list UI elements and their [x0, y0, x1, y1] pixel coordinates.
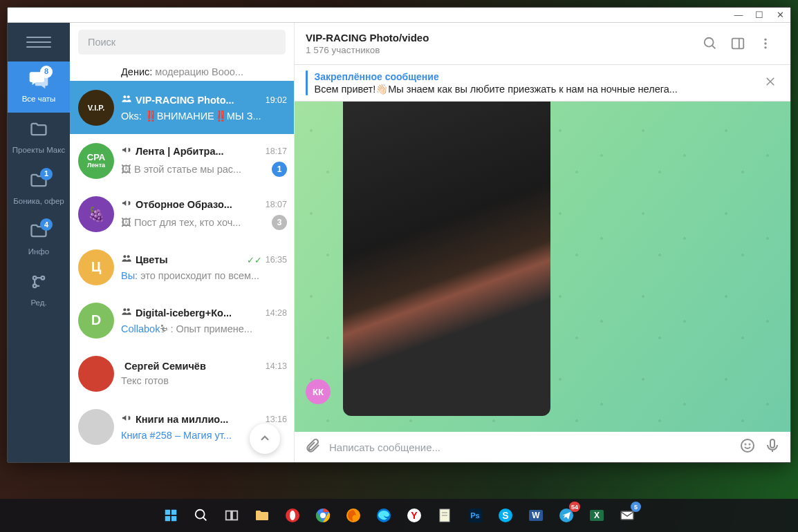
folder-icon — [28, 120, 50, 142]
maximize-button[interactable]: ☐ — [749, 8, 770, 23]
taskbar-word-icon[interactable]: W — [523, 503, 548, 528]
scroll-up-button[interactable] — [250, 424, 280, 454]
taskbar-excel-icon[interactable]: X — [584, 503, 609, 528]
folder-badge: 8 — [40, 66, 53, 78]
search-input[interactable] — [78, 30, 286, 55]
chat-avatar: CPAЛента — [78, 143, 114, 179]
more-icon[interactable] — [752, 30, 779, 57]
folder-tab-1[interactable]: Проекты Макс — [8, 113, 70, 164]
taskbar-start-icon[interactable] — [158, 503, 183, 528]
app-body: 8Все чатыПроекты Макс1Боника, офер4ИнфоР… — [8, 23, 790, 462]
svg-text:S: S — [502, 510, 508, 521]
svg-text:Y: Y — [411, 510, 418, 521]
chat-message-preview: Oks: ‼️ВНИМАНИЕ‼️МЫ З... — [121, 111, 287, 122]
unread-badge: 1 — [272, 162, 287, 177]
taskbar-opera-icon[interactable] — [280, 503, 305, 528]
chat-row[interactable]: CPAЛентаЛента | Арбитра...18:17🖼 В этой … — [70, 134, 294, 187]
chat-subtitle: 1 576 участников — [306, 45, 696, 55]
svg-rect-21 — [770, 439, 774, 448]
emoji-icon[interactable] — [739, 437, 756, 457]
pinned-message[interactable]: Закреплённое сообщение Всем привет!👋🏻Мы … — [295, 65, 790, 102]
svg-point-2 — [33, 285, 37, 288]
message-input[interactable] — [329, 441, 731, 453]
chat-row[interactable]: Денис: модерацию Booo...0 — [70, 61, 294, 81]
svg-text:W: W — [532, 511, 540, 520]
chat-title-wrap[interactable]: VIP-RACING Photo/video 1 576 участников — [306, 32, 696, 55]
svg-point-3 — [123, 95, 126, 98]
svg-point-26 — [196, 510, 205, 519]
svg-point-20 — [750, 444, 750, 445]
close-button[interactable]: ✕ — [770, 8, 790, 23]
unread-badge: 3 — [272, 215, 287, 230]
video-message[interactable] — [343, 102, 550, 416]
chat-avatar — [78, 356, 114, 392]
svg-point-7 — [123, 308, 126, 311]
svg-point-4 — [127, 95, 130, 98]
chat-pane: VIP-RACING Photo/video 1 576 участников … — [295, 23, 790, 462]
chat-row[interactable]: 🍇Отборное Образо...18:07🖼 Пост для тех, … — [70, 187, 294, 240]
chat-row[interactable]: Сергей Семичёв14:13Текс готов — [70, 347, 294, 400]
svg-text:X: X — [594, 511, 600, 520]
minimize-button[interactable]: — — [728, 8, 749, 23]
chat-list-column: Денис: модерацию Booo...0V.I.P.VIP-RACIN… — [70, 23, 295, 462]
svg-rect-28 — [226, 511, 231, 520]
folder-tab-4[interactable]: Ред. — [8, 265, 70, 316]
sidebar-toggle-icon[interactable] — [724, 30, 752, 57]
chat-message-preview: Collabok⛷: Опыт примене... — [121, 323, 287, 334]
messages-area[interactable]: КК — [295, 102, 790, 432]
svg-point-33 — [320, 513, 326, 518]
voice-icon[interactable] — [764, 437, 781, 457]
chat-header: VIP-RACING Photo/video 1 576 участников — [295, 23, 790, 65]
pinned-body: Закреплённое сообщение Всем привет!👋🏻Мы … — [315, 71, 762, 95]
taskbar[interactable]: YPsSW54X5 — [0, 499, 798, 532]
chat-message-preview: 🖼 В этой статье мы рас... — [121, 164, 268, 175]
folder-tab-2[interactable]: 1Боника, офер — [8, 164, 70, 215]
taskbar-chrome-icon[interactable] — [310, 503, 335, 528]
titlebar: — ☐ ✕ — [8, 8, 790, 23]
composer — [295, 432, 790, 462]
taskbar-search-icon[interactable] — [189, 503, 214, 528]
chat-name: Digital-iceberg+Ко... — [136, 307, 262, 319]
svg-point-5 — [123, 255, 126, 258]
folder-tab-3[interactable]: 4Инфо — [8, 214, 70, 265]
svg-point-1 — [41, 276, 45, 280]
telegram-window: — ☐ ✕ 8Все чатыПроекты Макс1Боника, офер… — [7, 7, 791, 463]
chat-message-preview: Вы: это происходит по всем... — [121, 270, 287, 281]
taskbar-yandex-icon[interactable]: Y — [402, 503, 427, 528]
menu-icon[interactable] — [26, 30, 51, 55]
folder-icon: 1 — [28, 171, 50, 193]
chat-row[interactable]: V.I.P.VIP-RACING Photo...19:02Oks: ‼️ВНИ… — [70, 81, 294, 134]
svg-text:Ps: Ps — [470, 511, 479, 520]
chat-time: 14:13 — [266, 361, 287, 371]
chat-name: Книги на миллио... — [136, 414, 262, 425]
close-pinned-icon[interactable] — [761, 73, 779, 93]
chat-type-icon — [121, 144, 132, 158]
svg-rect-11 — [732, 39, 744, 49]
chat-time: 18:07 — [266, 200, 287, 209]
attach-icon[interactable] — [304, 437, 321, 457]
taskbar-explorer-icon[interactable] — [250, 503, 275, 528]
pinned-text: Всем привет!👋🏻Мы знаем как вы любите при… — [315, 84, 762, 95]
search-in-chat-icon[interactable] — [696, 30, 724, 57]
taskbar-notepad-icon[interactable] — [432, 503, 457, 528]
chat-time: 13:16 — [266, 415, 287, 424]
folder-label: Проекты Макс — [12, 146, 65, 155]
taskbar-firefox-icon[interactable] — [341, 503, 366, 528]
taskbar-telegram-icon[interactable]: 54 — [554, 503, 579, 528]
chat-row[interactable]: ЦЦветы✓✓16:35Вы: это происходит по всем.… — [70, 240, 294, 294]
svg-point-31 — [290, 511, 295, 520]
chat-type-icon — [121, 93, 132, 107]
chat-time: 19:02 — [266, 95, 287, 105]
taskbar-photoshop-icon[interactable]: Ps — [463, 503, 488, 528]
chat-row[interactable]: DDigital-iceberg+Ко...14:28Collabok⛷: Оп… — [70, 294, 294, 347]
folder-tab-0[interactable]: 8Все чаты — [8, 61, 70, 113]
sender-avatar[interactable]: КК — [306, 379, 331, 404]
chat-avatar — [78, 409, 114, 445]
chat-list[interactable]: Денис: модерацию Booo...0V.I.P.VIP-RACIN… — [70, 61, 294, 462]
folder-label: Инфо — [28, 247, 49, 257]
taskbar-skype-icon[interactable]: S — [493, 503, 518, 528]
taskbar-task-view-icon[interactable] — [219, 503, 244, 528]
taskbar-mail-icon[interactable]: 5 — [615, 503, 640, 528]
svg-rect-25 — [171, 516, 176, 521]
taskbar-edge-icon[interactable] — [371, 503, 396, 528]
